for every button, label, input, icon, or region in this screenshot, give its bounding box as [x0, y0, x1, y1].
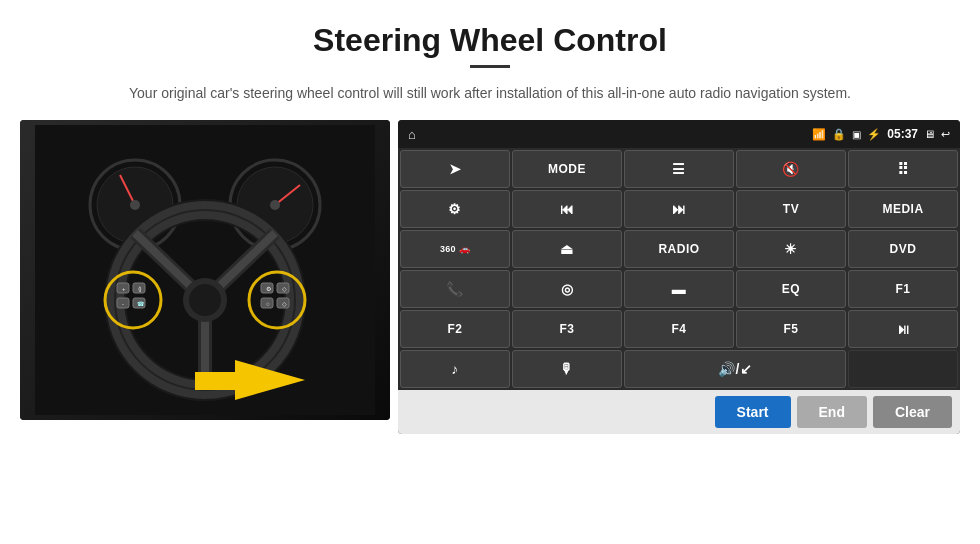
btn-media[interactable]: MEDIA: [848, 190, 958, 228]
control-panel: ⌂ 📶 🔒 ▣ ⚡ 05:37 🖥 ↩ ➤ MODE ☰ 🔇 ⠿ ⚙ ⏮ ⏭: [398, 120, 960, 434]
btn-eq[interactable]: EQ: [736, 270, 846, 308]
btn-mic[interactable]: 🎙: [512, 350, 622, 388]
svg-text:◇: ◇: [282, 286, 287, 292]
action-bar: Start End Clear: [398, 390, 960, 434]
page-subtitle: Your original car's steering wheel contr…: [0, 82, 980, 104]
btn-f2[interactable]: F2: [400, 310, 510, 348]
sim-icon: ▣: [852, 129, 861, 140]
wifi-icon: 📶: [812, 128, 826, 141]
page-title: Steering Wheel Control: [0, 22, 980, 59]
back-icon: ↩: [941, 128, 950, 141]
svg-text:-: -: [122, 301, 124, 307]
bluetooth-icon: ⚡: [867, 128, 881, 141]
svg-rect-39: [195, 372, 237, 390]
time-display: 05:37: [887, 127, 918, 141]
svg-point-8: [270, 200, 280, 210]
title-divider: [470, 65, 510, 68]
svg-text:⚙: ⚙: [266, 286, 271, 292]
content-area: + ⟨| - ☎ ⚙ ◇ ○ ◇: [0, 120, 980, 434]
btn-f4[interactable]: F4: [624, 310, 734, 348]
btn-list[interactable]: ☰: [624, 150, 734, 188]
btn-prev[interactable]: ⏮: [512, 190, 622, 228]
btn-f3[interactable]: F3: [512, 310, 622, 348]
status-bar-right: 📶 🔒 ▣ ⚡ 05:37 🖥 ↩: [812, 127, 950, 141]
svg-point-7: [130, 200, 140, 210]
svg-text:+: +: [122, 286, 126, 292]
btn-music[interactable]: ♪: [400, 350, 510, 388]
buttons-grid: ➤ MODE ☰ 🔇 ⠿ ⚙ ⏮ ⏭ TV MEDIA 360 🚗 ⏏ RADI…: [398, 148, 960, 390]
btn-send[interactable]: ➤: [400, 150, 510, 188]
end-button[interactable]: End: [797, 396, 867, 428]
btn-radio[interactable]: RADIO: [624, 230, 734, 268]
btn-phone[interactable]: 📞: [400, 270, 510, 308]
btn-bright[interactable]: ☀: [736, 230, 846, 268]
svg-text:⟨|: ⟨|: [138, 286, 142, 292]
btn-vol[interactable]: 🔊/↙: [624, 350, 846, 388]
monitor-icon: 🖥: [924, 128, 935, 140]
clear-button[interactable]: Clear: [873, 396, 952, 428]
btn-screen[interactable]: ▬: [624, 270, 734, 308]
btn-settings[interactable]: ⚙: [400, 190, 510, 228]
btn-f1[interactable]: F1: [848, 270, 958, 308]
btn-tv[interactable]: TV: [736, 190, 846, 228]
btn-f5[interactable]: F5: [736, 310, 846, 348]
svg-text:◇: ◇: [282, 301, 287, 307]
status-bar-left: ⌂: [408, 127, 416, 142]
btn-mode[interactable]: MODE: [512, 150, 622, 188]
status-bar: ⌂ 📶 🔒 ▣ ⚡ 05:37 🖥 ↩: [398, 120, 960, 148]
btn-extra[interactable]: [848, 350, 958, 388]
btn-mute[interactable]: 🔇: [736, 150, 846, 188]
car-image: + ⟨| - ☎ ⚙ ◇ ○ ◇: [20, 120, 390, 420]
btn-nav2[interactable]: ◎: [512, 270, 622, 308]
btn-apps[interactable]: ⠿: [848, 150, 958, 188]
btn-next[interactable]: ⏭: [624, 190, 734, 228]
svg-point-19: [189, 284, 221, 316]
home-icon: ⌂: [408, 127, 416, 142]
btn-360[interactable]: 360 🚗: [400, 230, 510, 268]
svg-text:○: ○: [266, 301, 270, 307]
svg-text:☎: ☎: [137, 301, 145, 307]
btn-eject[interactable]: ⏏: [512, 230, 622, 268]
btn-dvd[interactable]: DVD: [848, 230, 958, 268]
lock-icon: 🔒: [832, 128, 846, 141]
start-button[interactable]: Start: [715, 396, 791, 428]
btn-playpause[interactable]: ⏯: [848, 310, 958, 348]
